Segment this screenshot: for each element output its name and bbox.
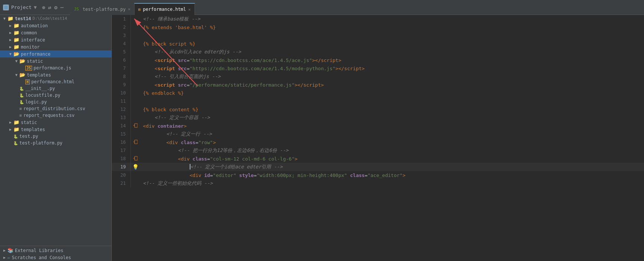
html-file-icon-perf: H (25, 80, 30, 84)
code-content-3[interactable] (140, 31, 644, 40)
code-line-3: 3 (112, 31, 644, 40)
sidebar-item-perf-js[interactable]: JS performance.js (0, 65, 111, 71)
sidebar-item-static-root[interactable]: 📁 static (0, 119, 111, 126)
tag-7-name: script (158, 66, 178, 71)
tree-label-automation: automation (21, 23, 48, 28)
jinja-2: {% extends 'base.html' %} (143, 25, 216, 30)
sp-20-1 (236, 173, 239, 178)
tree-arrow-root (1, 16, 7, 21)
code-content-16[interactable]: <div class="row"> (140, 138, 644, 146)
line-num-10: 10 (112, 89, 130, 97)
comment-19: <!-- 定义一个id给ace edter引用 --> (190, 164, 283, 170)
code-content-20[interactable]: <div id="editor" style="width:600px; min… (140, 171, 644, 179)
code-content-15[interactable]: <!-- 定义一行 --> (140, 130, 644, 138)
py-file-icon-test-platform: 🐍 (13, 141, 18, 145)
tree-label-monitor: monitor (21, 44, 40, 50)
attr-6: src (178, 58, 186, 63)
code-line-10: 10 {% endblock %} (112, 89, 644, 97)
editor-wrapper: 1 <!-- 继承base模板 --> 2 {% extends 'base.h… (112, 15, 644, 261)
sidebar-item-test-platform-py[interactable]: 🐍 test-platform.py (0, 140, 111, 146)
str-20-id: "editor" (213, 173, 236, 178)
sidebar-item-test-py[interactable]: 🐍 test.py (0, 133, 111, 140)
code-content-17[interactable]: <!-- 把一行分为12等份，左边6份，右边6份 --> (140, 146, 644, 155)
gutter-10 (130, 89, 140, 97)
py-file-icon-locust: 🐍 (19, 93, 24, 97)
code-content-14[interactable]: <div container> (140, 122, 644, 130)
tab-html[interactable]: ⊞ performance.html ✕ (134, 3, 195, 15)
project-section: Project ▼ (3, 4, 37, 10)
tree-label-init-py: __init__.py (25, 86, 55, 91)
code-content-6[interactable]: <script src="https://cdn.bootcss.com/ace… (140, 56, 644, 64)
code-content-1[interactable]: <!-- 继承base模板 --> (140, 15, 644, 23)
globe-icon[interactable]: ⊕ (42, 4, 45, 10)
jinja-12: {% block content %} (143, 107, 199, 112)
sidebar-item-logic-py[interactable]: 🐍 logic.py (0, 99, 111, 105)
sidebar-item-init-py[interactable]: 🐍 __init__.py (0, 85, 111, 92)
sidebar-item-interface[interactable]: 📁 interface (0, 36, 111, 43)
code-table: 1 <!-- 继承base模板 --> 2 {% extends 'base.h… (112, 15, 644, 187)
sidebar-item-root[interactable]: 📁 test14 D:\Code\test14 (0, 15, 111, 22)
sidebar-item-monitor[interactable]: 📁 monitor (0, 43, 111, 50)
code-content-10[interactable]: {% endblock %} (140, 89, 644, 97)
sidebar-item-report-req[interactable]: ≡ report_requests.csv (0, 112, 111, 119)
code-content-8[interactable]: <!-- 引入前台页面的js --> (140, 72, 644, 81)
tree-label-ext-libs: External Libraries (15, 248, 63, 253)
settings-icon[interactable]: ⚙ (54, 4, 57, 10)
gutter-20 (130, 171, 140, 179)
project-dropdown-icon[interactable]: ▼ (34, 4, 37, 10)
sidebar-item-report-dist[interactable]: ≡ report_distribution.csv (0, 105, 111, 112)
transfer-icon[interactable]: ⇄ (48, 4, 51, 10)
code-content-21[interactable]: <!-- 定义一些初始化代码 --> (140, 179, 644, 187)
tabs-area: JS test-platform.py ✕ ⊞ performance.html… (66, 0, 641, 15)
sidebar-item-templates-root[interactable]: 📁 templates (0, 126, 111, 133)
sidebar-item-common[interactable]: 📁 common (0, 29, 111, 36)
minimize-icon[interactable]: ─ (60, 4, 63, 10)
gutter-4 (130, 40, 140, 48)
gutter-19[interactable]: 💡 (130, 163, 140, 171)
folder-icon-templates-root: 📁 (13, 127, 19, 132)
code-content-7[interactable]: <script src="https://cdn.bootcss.com/ace… (140, 64, 644, 72)
tab-html-close[interactable]: ✕ (188, 7, 191, 12)
comment-8: <!-- 引入前台页面的js --> (155, 74, 221, 79)
attr-14: container (158, 123, 184, 129)
folder-icon-static-root: 📁 (13, 119, 19, 125)
code-content-9[interactable]: <script src="/performance/static/perform… (140, 81, 644, 89)
sidebar-item-static-perf[interactable]: 📂 static (0, 58, 111, 65)
code-content-18[interactable]: <div class="col-sm-12 col-md-6 col-lg-6"… (140, 155, 644, 163)
tree-label-perf-html: performance.html (31, 79, 75, 84)
sidebar-item-scratches[interactable]: ✏️ Scratches and Consoles (0, 254, 111, 261)
sidebar-item-ext-libs[interactable]: 📚 External Libraries (0, 246, 111, 254)
sidebar-item-locust-py[interactable]: 🐍 locustfile.py (0, 92, 111, 99)
folder-icon-monitor: 📁 (13, 44, 19, 50)
editor-content[interactable]: 1 <!-- 继承base模板 --> 2 {% extends 'base.h… (112, 15, 644, 261)
project-label[interactable]: Project (11, 4, 32, 10)
js-file-icon-perf: JS (25, 66, 32, 71)
code-content-13[interactable]: <!-- 定义一个容器 --> (140, 114, 644, 122)
eq-6: = (187, 58, 190, 63)
bulb-icon-19[interactable]: 💡 (132, 164, 139, 170)
code-content-5[interactable]: <!-- 从cdn引入ace edter的js --> (140, 48, 644, 56)
code-content-4[interactable]: {% block script %} (140, 40, 644, 48)
sidebar-item-perf-html[interactable]: H performance.html (0, 78, 111, 85)
code-line-13: 13 <!-- 定义一个容器 --> (112, 114, 644, 122)
sidebar-item-automation[interactable]: 📁 automation (0, 22, 111, 29)
titlebar-actions: ⊕ ⇄ ⚙ ─ (42, 4, 64, 10)
gutter-2 (130, 23, 140, 31)
tab-py-close[interactable]: ✕ (128, 7, 130, 12)
attr-16: class (181, 140, 195, 145)
tree-arrow-scratches (1, 255, 7, 260)
editor-area[interactable]: 1 <!-- 继承base模板 --> 2 {% extends 'base.h… (112, 15, 644, 261)
tree-arrow-interface (7, 38, 13, 42)
line-num-5: 5 (112, 48, 130, 56)
code-content-11[interactable] (140, 97, 644, 105)
comment-1: <!-- 继承base模板 --> (143, 16, 201, 22)
sidebar-item-templates-perf[interactable]: 📂 templates (0, 71, 111, 78)
sidebar-item-performance[interactable]: 📂 performance (0, 50, 111, 58)
gutter-18 (130, 155, 140, 163)
tab-py[interactable]: JS test-platform.py ✕ (70, 3, 134, 15)
jinja-10: {% endblock %} (143, 90, 184, 96)
tag-20-close: > (402, 173, 405, 178)
code-content-19[interactable]: <!-- 定义一个id给ace edter引用 --> (140, 163, 644, 171)
code-content-12[interactable]: {% block content %} (140, 105, 644, 114)
code-content-2[interactable]: {% extends 'base.html' %} (140, 23, 644, 31)
